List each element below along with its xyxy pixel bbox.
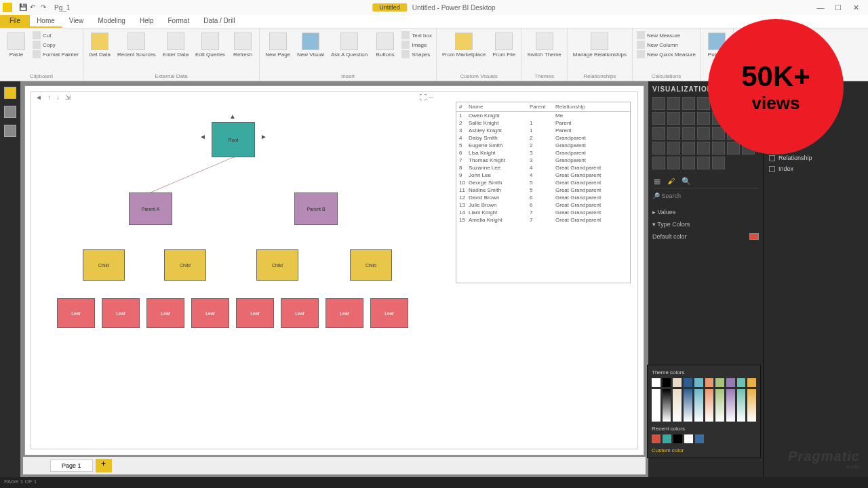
org-node-l3-1[interactable]: Child xyxy=(164,249,206,281)
report-canvas[interactable]: ◄ ↑ ↓ ⇲ ⛶ ··· xyxy=(24,85,644,455)
redo-icon[interactable]: ↷ xyxy=(41,3,49,12)
drill-back-icon[interactable]: ◄ xyxy=(35,94,42,101)
expand-icon[interactable]: ⇲ xyxy=(65,94,71,101)
org-node-l2b[interactable]: Parent B xyxy=(294,192,338,225)
table-row[interactable]: 5Eugene Smith2Grandparent xyxy=(456,142,630,149)
enter-data-button[interactable]: Enter Data xyxy=(161,31,190,59)
format-pane-tab[interactable]: 🖌 xyxy=(667,177,675,186)
viz-type-icon[interactable] xyxy=(652,97,665,110)
table-row[interactable]: 10George Smith5Great Grandparent xyxy=(456,179,630,186)
viz-type-icon[interactable] xyxy=(652,112,665,125)
collapse-up-icon[interactable]: ▲ xyxy=(229,113,236,120)
get-data-button[interactable]: Get Data xyxy=(87,31,112,59)
copy-button[interactable]: Copy xyxy=(33,41,79,49)
close-button[interactable]: ✕ xyxy=(849,3,863,12)
switch-theme-button[interactable]: Switch Theme xyxy=(526,31,563,59)
viz-type-icon[interactable] xyxy=(682,127,695,140)
format-section-values[interactable]: ▸ Values xyxy=(652,206,759,218)
viz-type-icon[interactable] xyxy=(712,157,725,169)
table-row[interactable]: 7Thomas Knight3Grandparent xyxy=(456,157,630,164)
tab-home[interactable]: Home xyxy=(30,15,62,28)
new-visual-button[interactable]: New Visual xyxy=(296,31,326,59)
color-swatch[interactable] xyxy=(747,378,756,387)
collapse-left-icon[interactable]: ◄ xyxy=(199,133,206,140)
viz-type-icon[interactable] xyxy=(667,112,680,125)
table-row[interactable]: 9John Lee4Great Grandparent xyxy=(456,171,630,179)
model-view-icon[interactable] xyxy=(4,125,16,137)
add-page-button[interactable]: + xyxy=(96,459,112,472)
color-shade-column[interactable] xyxy=(705,389,714,422)
tab-help[interactable]: Help xyxy=(133,15,161,28)
table-row[interactable]: 14Liam Knight7Great Grandparent xyxy=(456,209,630,216)
new-column-button[interactable]: New Column xyxy=(637,41,696,49)
recent-color-swatch[interactable] xyxy=(663,434,671,443)
manage-relationships-button[interactable]: Manage Relationships xyxy=(572,31,628,59)
table-row[interactable]: 2Sallie Knight1Parent xyxy=(456,119,630,127)
viz-type-icon[interactable] xyxy=(697,97,710,110)
from-file-button[interactable]: From File xyxy=(491,31,517,59)
table-row[interactable]: 4Daisy Smith2Grandparent xyxy=(456,134,630,142)
viz-type-icon[interactable] xyxy=(667,157,680,169)
viz-type-icon[interactable] xyxy=(667,127,680,140)
color-swatch[interactable] xyxy=(694,378,703,387)
table-header-name[interactable]: Name xyxy=(469,104,530,110)
viz-type-icon[interactable] xyxy=(652,142,665,155)
viz-type-icon[interactable] xyxy=(727,142,740,155)
table-row[interactable]: 15Amelia Knight7Great Grandparent xyxy=(456,216,630,224)
file-tab[interactable]: File xyxy=(0,15,30,28)
tab-format[interactable]: Format xyxy=(161,15,197,28)
undo-icon[interactable]: ↶ xyxy=(30,3,38,12)
fields-pane-tab[interactable]: ▦ xyxy=(654,177,660,186)
color-swatch[interactable] xyxy=(726,378,735,387)
collapse-right-icon[interactable]: ► xyxy=(260,133,267,140)
org-node-l3-0[interactable]: Child xyxy=(83,249,125,281)
more-options-icon[interactable]: ··· xyxy=(429,94,434,101)
refresh-button[interactable]: Refresh xyxy=(231,31,255,59)
recent-color-swatch[interactable] xyxy=(684,434,693,443)
table-header-parent[interactable]: Parent xyxy=(530,104,555,110)
buttons-button[interactable]: Buttons xyxy=(373,31,397,59)
viz-type-icon[interactable] xyxy=(697,142,710,155)
minimize-button[interactable]: — xyxy=(814,3,827,12)
report-view-icon[interactable] xyxy=(4,87,16,99)
viz-type-icon[interactable] xyxy=(682,97,695,110)
custom-color-link[interactable]: Custom color xyxy=(652,447,756,453)
color-swatch[interactable] xyxy=(663,378,671,387)
color-shade-column[interactable] xyxy=(673,389,682,422)
data-view-icon[interactable] xyxy=(4,106,16,118)
color-shade-column[interactable] xyxy=(663,389,671,422)
format-search[interactable]: 🔎 Search xyxy=(652,192,759,199)
org-node-l3-3[interactable]: Child xyxy=(350,249,392,281)
color-shade-column[interactable] xyxy=(652,389,660,422)
color-shade-column[interactable] xyxy=(715,389,724,422)
org-node-l4-4[interactable]: Leaf xyxy=(236,298,274,328)
table-visual[interactable]: # Name Parent Relationship 1Owen KnightM… xyxy=(456,102,631,283)
image-button[interactable]: Image xyxy=(401,41,432,49)
textbox-button[interactable]: Text box xyxy=(401,31,432,39)
org-node-l4-3[interactable]: Leaf xyxy=(191,298,229,328)
color-swatch[interactable] xyxy=(705,378,714,387)
viz-type-icon[interactable] xyxy=(697,127,710,140)
viz-type-icon[interactable] xyxy=(697,157,710,169)
visual-container[interactable]: ◄ ↑ ↓ ⇲ ⛶ ··· xyxy=(31,92,638,449)
format-section-type-colors[interactable]: ▾ Type Colors xyxy=(652,218,759,230)
table-row[interactable]: 6Lisa Knight3Grandparent xyxy=(456,149,630,157)
analytics-pane-tab[interactable]: 🔍 xyxy=(682,177,691,186)
recent-color-swatch[interactable] xyxy=(673,434,682,443)
org-node-l4-0[interactable]: Leaf xyxy=(57,298,95,328)
org-node-l4-1[interactable]: Leaf xyxy=(102,298,140,328)
field-item[interactable]: Index xyxy=(768,163,864,174)
tab-datadrill[interactable]: Data / Drill xyxy=(197,15,243,28)
color-shade-column[interactable] xyxy=(737,389,746,422)
page-tab-1[interactable]: Page 1 xyxy=(50,460,93,472)
color-swatch[interactable] xyxy=(673,378,682,387)
viz-type-icon[interactable] xyxy=(667,97,680,110)
table-row[interactable]: 12David Brown6Great Grandparent xyxy=(456,194,630,201)
new-page-button[interactable]: New Page xyxy=(264,31,292,59)
org-node-l4-7[interactable]: Leaf xyxy=(370,298,408,328)
color-shade-column[interactable] xyxy=(726,389,735,422)
table-row[interactable]: 8Suzanne Lee4Great Grandparent xyxy=(456,164,630,171)
edit-queries-button[interactable]: Edit Queries xyxy=(194,31,226,59)
focus-mode-icon[interactable]: ⛶ xyxy=(420,94,427,101)
viz-type-icon[interactable] xyxy=(652,157,665,169)
